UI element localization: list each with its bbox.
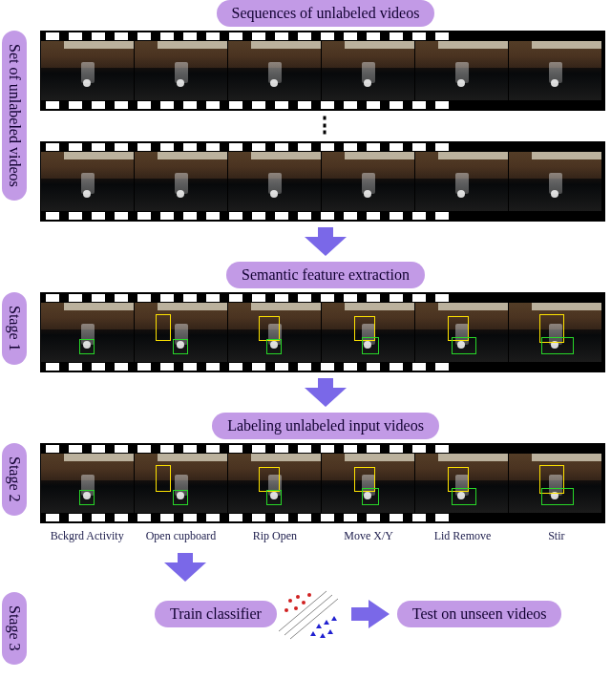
- activity-label: Lid Remove: [415, 529, 509, 543]
- side-label-stage2: Stage 2: [2, 443, 27, 516]
- video-frame: [228, 41, 322, 100]
- detection-box: [452, 337, 476, 354]
- svg-point-8: [284, 608, 288, 612]
- detection-box: [156, 465, 171, 492]
- video-frame: [509, 41, 602, 100]
- classifier-scatter-icon: [277, 587, 344, 641]
- filmstrip-row-1: [40, 31, 605, 111]
- title-semantic-extraction: Semantic feature extraction: [226, 262, 425, 288]
- stage3-row: [40, 547, 603, 587]
- arrow-down-icon: [305, 227, 347, 256]
- svg-point-9: [302, 601, 306, 605]
- sprocket-row: [41, 32, 604, 41]
- title-test-unseen: Test on unseen videos: [397, 601, 562, 627]
- video-frame: [135, 454, 228, 513]
- video-frame: [228, 152, 322, 211]
- activity-labels-row: Bckgrd Activity Open cupboard Rip Open M…: [40, 527, 603, 543]
- side-label-stage1: Stage 1: [2, 292, 27, 365]
- video-frame: [509, 152, 602, 211]
- video-frame: [135, 303, 228, 362]
- sprocket-row: [41, 142, 604, 152]
- arrow-down-icon: [164, 553, 206, 582]
- detection-box: [362, 337, 379, 354]
- svg-marker-16: [320, 633, 326, 638]
- filmstrip-row-2: [40, 141, 605, 222]
- arrow-down-icon: [305, 378, 347, 407]
- svg-marker-15: [327, 629, 333, 634]
- detection-box: [266, 490, 282, 505]
- diagram-content: Sequences of unlabeled videos ⋮: [40, 0, 611, 641]
- arrow-right-icon: [351, 600, 390, 628]
- detection-box: [541, 337, 574, 354]
- filmstrip-stage1: [40, 292, 605, 372]
- detection-box: [173, 339, 188, 354]
- video-frame: [509, 303, 602, 362]
- sprocket-row: [41, 513, 604, 522]
- detection-box: [259, 467, 280, 492]
- video-frame: [135, 152, 228, 211]
- svg-marker-14: [310, 631, 316, 636]
- video-frame: [41, 41, 135, 100]
- sprocket-row: [41, 362, 604, 371]
- video-frame: [41, 303, 135, 362]
- svg-marker-17: [331, 616, 337, 621]
- video-frame: [415, 152, 509, 211]
- video-frame: [228, 303, 322, 362]
- semantic-title-row: Semantic feature extraction: [40, 262, 611, 288]
- detection-box: [259, 316, 280, 341]
- video-frame: [135, 41, 228, 100]
- svg-marker-1: [305, 378, 347, 407]
- detection-box: [362, 488, 379, 505]
- detection-box: [541, 488, 574, 505]
- detection-box: [266, 339, 282, 354]
- svg-marker-0: [305, 227, 347, 256]
- video-frame: [322, 41, 415, 100]
- svg-point-6: [288, 599, 292, 603]
- video-frame: [322, 303, 415, 362]
- video-frame: [41, 152, 135, 211]
- filmstrip-stage2: [40, 443, 605, 523]
- video-frame: [322, 454, 415, 513]
- video-frame: [415, 303, 509, 362]
- side-label-stage3: Stage 3: [2, 592, 27, 665]
- activity-label: Move X/Y: [322, 529, 415, 543]
- video-frame: [41, 454, 135, 513]
- sprocket-row: [41, 444, 604, 454]
- detection-box: [79, 339, 95, 354]
- detection-box: [173, 490, 188, 505]
- sprocket-row: [41, 293, 604, 303]
- activity-label: Open cupboard: [134, 529, 227, 543]
- svg-marker-2: [164, 553, 206, 582]
- svg-marker-18: [351, 600, 390, 628]
- detection-box: [79, 490, 95, 505]
- video-frame: [415, 41, 509, 100]
- video-frame: [322, 152, 415, 211]
- svg-point-11: [307, 593, 311, 597]
- activity-label: Rip Open: [228, 529, 322, 543]
- svg-marker-12: [316, 624, 322, 628]
- sprocket-row: [41, 100, 604, 110]
- top-title-row: Sequences of unlabeled videos: [40, 0, 611, 27]
- title-sequences: Sequences of unlabeled videos: [217, 0, 435, 27]
- svg-point-10: [294, 606, 298, 610]
- train-test-row: Train classifier Test on unseen videos: [40, 587, 603, 641]
- video-frame: [509, 454, 602, 513]
- svg-point-7: [296, 595, 300, 599]
- svg-marker-13: [324, 620, 329, 625]
- labeling-title-row: Labeling unlabeled input videos: [40, 413, 611, 439]
- sprocket-row: [41, 211, 604, 221]
- title-train-classifier: Train classifier: [155, 601, 277, 627]
- side-label-set: Set of unlabeled videos: [2, 31, 27, 201]
- detection-box: [156, 314, 171, 341]
- activity-label: Stir: [510, 529, 603, 543]
- video-frame: [228, 454, 322, 513]
- detection-box: [452, 488, 476, 505]
- activity-label: Bckgrd Activity: [40, 529, 134, 543]
- title-labeling: Labeling unlabeled input videos: [212, 413, 439, 439]
- video-frame: [415, 454, 509, 513]
- vertical-ellipsis-icon: ⋮: [44, 113, 607, 138]
